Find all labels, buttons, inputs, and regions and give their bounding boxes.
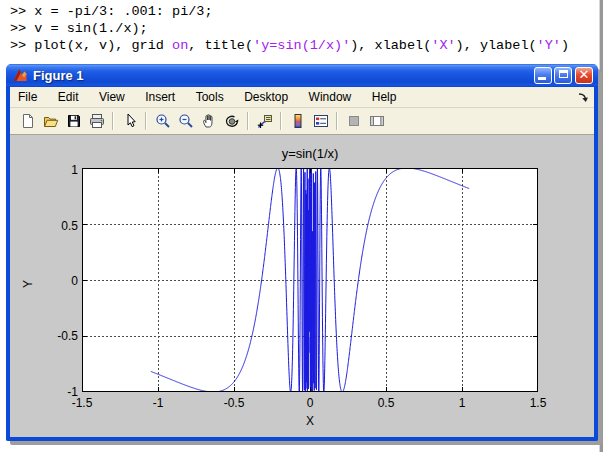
menu-help[interactable]: Help [364,87,405,107]
x-tick-label: 0.5 [366,396,406,410]
zoom-in-icon [155,113,171,129]
page: >> x = -pi/3: .001: pi/3; >> v = sin(1./… [0,0,613,452]
minimize-icon [538,77,546,80]
command-window-text: >> x = -pi/3: .001: pi/3; >> v = sin(1./… [10,3,569,54]
data-cursor-icon [257,113,273,129]
window-right-edge [599,0,603,452]
maximize-button[interactable] [554,67,572,84]
print-icon [89,113,105,129]
toolbar-separator [112,112,114,130]
show-plot-tools-button[interactable] [366,111,387,132]
command-text: >> x = -pi/3: .001: pi/3; [10,4,213,19]
insert-legend-button[interactable] [310,111,331,132]
x-tick-label: -1 [138,396,178,410]
colorbar-icon [290,113,306,129]
y-axis-label: Y [21,272,35,288]
new-file-icon [20,113,36,129]
menu-view[interactable]: View [91,87,133,107]
toolbar [10,108,594,135]
y-tick-label: -1 [38,385,78,399]
y-tick-label: 0.5 [38,219,78,233]
dock-figure-icon[interactable] [578,92,589,103]
command-text-string: 'X' [431,38,455,53]
y-tick-label: -0.5 [38,329,78,343]
command-text-string: on [172,38,188,53]
maximize-icon [559,70,568,78]
minimize-button[interactable] [534,67,552,84]
command-text: >> plot(x, v), grid [10,38,172,53]
x-tick-label: 1.5 [518,396,558,410]
menu-tools[interactable]: Tools [188,87,232,107]
window-title: Figure 1 [33,68,84,83]
x-tick-label: 1 [442,396,482,410]
insert-colorbar-button[interactable] [287,111,308,132]
toolbar-separator [336,112,338,130]
save-icon [66,113,82,129]
command-text-string: 'y=sin(1/x)' [253,38,350,53]
command-line: >> v = sin(1./x); [10,20,569,37]
toolbar-separator [280,112,282,130]
command-text: >> v = sin(1./x); [10,21,148,36]
plot-axes[interactable] [82,168,538,392]
toolbar-separator [247,112,249,130]
rotate-3d-button[interactable] [221,111,242,132]
menu-file[interactable]: File [10,87,45,107]
close-button[interactable]: ✕ [575,67,593,84]
hide-plot-tools-button[interactable] [343,111,364,132]
matlab-logo-icon [12,67,28,83]
command-line: >> plot(x, v), grid on, title('y=sin(1/x… [10,37,569,54]
data-cursor-button[interactable] [254,111,275,132]
zoom-out-button[interactable] [175,111,196,132]
open-file-button[interactable] [40,111,61,132]
legend-icon [313,113,329,129]
menu-edit[interactable]: Edit [50,87,87,107]
command-text-string: 'Y' [537,38,561,53]
titlebar[interactable]: Figure 1 ✕ [6,64,598,87]
new-file-button[interactable] [17,111,38,132]
rotate-3d-icon [224,113,240,129]
pan-button[interactable] [198,111,219,132]
toolbar-separator [145,112,147,130]
command-line: >> x = -pi/3: .001: pi/3; [10,3,569,20]
x-tick-label: -0.5 [214,396,254,410]
command-text: , title( [188,38,253,53]
menubar: File Edit View Insert Tools Desktop Wind… [10,87,594,108]
save-button[interactable] [63,111,84,132]
zoom-in-button[interactable] [152,111,173,132]
print-button[interactable] [86,111,107,132]
open-file-icon [43,113,59,129]
command-text: ), ylabel( [456,38,537,53]
command-text: ), xlabel( [350,38,431,53]
x-axis-label: X [290,414,330,428]
figure-window: Figure 1 ✕ File Edit View Insert Tools D… [6,64,598,441]
zoom-out-icon [178,113,194,129]
show-plot-tools-icon [369,113,385,129]
x-tick-label: 0 [290,396,330,410]
close-icon: ✕ [576,68,592,82]
command-text: ) [561,38,569,53]
plot-title: y=sin(1/x) [82,146,538,161]
pan-hand-icon [201,113,217,129]
figure-client-area: y=sin(1/x) -1.5 -1 -0.5 0 0.5 1 1.5 1 0.… [10,135,594,437]
menu-window[interactable]: Window [301,87,360,107]
edit-pointer-button[interactable] [119,111,140,132]
menu-desktop[interactable]: Desktop [236,87,296,107]
y-tick-label: 0 [38,274,78,288]
y-tick-label: 1 [38,163,78,177]
menu-insert[interactable]: Insert [137,87,183,107]
pointer-icon [122,113,138,129]
hide-plot-tools-icon [346,113,362,129]
